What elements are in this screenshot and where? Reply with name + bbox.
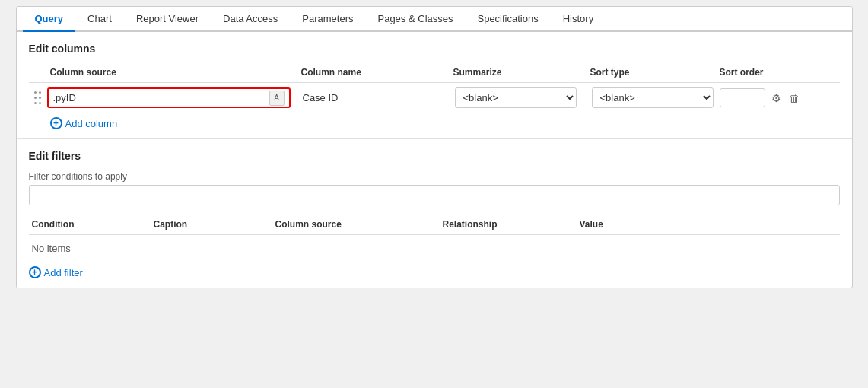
settings-button[interactable]: ⚙ [770,91,783,106]
drag-handle[interactable] [29,87,47,108]
add-column-label: Add column [65,118,118,129]
trash-icon: 🗑 [789,92,800,104]
sort-order-input[interactable] [720,88,765,107]
filter-header-column-source: Column source [272,219,440,230]
column-source-input[interactable] [47,87,291,108]
tab-pages-classes[interactable]: Pages & Classes [365,7,465,32]
filter-conditions-input[interactable] [29,185,840,205]
tab-parameters[interactable]: Parameters [290,7,365,32]
tab-bar: Query Chart Report Viewer Data Access Pa… [17,7,852,32]
tab-data-access[interactable]: Data Access [211,7,290,32]
edit-filters-title: Edit filters [29,150,840,162]
tab-specifications[interactable]: Specifications [465,7,550,32]
tab-chart[interactable]: Chart [75,7,124,32]
table-row: A Case ID <blank> <blank> [29,83,840,113]
summarize-cell: <blank> [450,87,587,108]
column-name-cell: Case ID [298,92,450,103]
edit-filters-section: Edit filters Filter conditions to apply … [17,139,852,288]
columns-header: Column source Column name Summarize Sort… [29,64,840,83]
delete-row-button[interactable]: 🗑 [787,91,801,106]
sort-order-cell: ⚙ 🗑 [717,88,793,107]
edit-columns-section: Edit columns Column source Column name S… [17,32,852,139]
autoformat-icon: A [274,94,279,102]
filter-header-caption: Caption [151,219,272,230]
summarize-select[interactable]: <blank> [455,87,577,108]
gear-icon: ⚙ [771,92,781,104]
autoformat-button[interactable]: A [269,91,285,106]
sort-type-cell: <blank> [587,87,717,108]
filter-conditions-label: Filter conditions to apply [29,171,840,182]
col-header-sort-order: Sort order [717,67,793,78]
add-column-plus-icon: + [50,117,62,129]
filters-header: Condition Caption Column source Relation… [29,216,840,235]
col-header-sort-type: Sort type [587,67,717,78]
sort-type-select[interactable]: <blank> [592,87,714,108]
filter-header-value: Value [577,219,683,230]
add-filter-link[interactable]: + Add filter [29,262,840,280]
col-header-summarize: Summarize [450,67,587,78]
col-header-source: Column source [47,67,298,78]
tab-report-viewer[interactable]: Report Viewer [124,7,211,32]
column-source-cell: A [47,87,298,108]
filter-header-condition: Condition [29,219,151,230]
add-filter-plus-icon: + [29,266,41,278]
filter-header-relationship: Relationship [440,219,577,230]
tab-query[interactable]: Query [23,7,76,32]
col-header-name: Column name [298,67,450,78]
add-filter-label: Add filter [44,267,83,278]
no-items-text: No items [29,235,840,262]
tab-history[interactable]: History [551,7,606,32]
column-name-text: Case ID [303,92,339,103]
col-header-handle [29,67,47,78]
add-column-link[interactable]: + Add column [29,113,840,131]
edit-columns-title: Edit columns [29,43,840,55]
